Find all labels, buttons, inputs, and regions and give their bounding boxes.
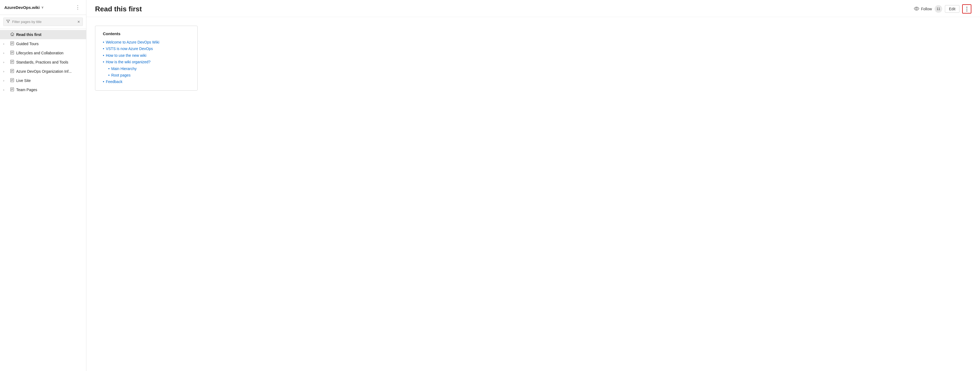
filter-wrapper: × xyxy=(3,18,83,26)
page-icon xyxy=(10,87,14,92)
filter-icon xyxy=(6,19,10,24)
eye-icon xyxy=(914,6,919,12)
sidebar: AzureDevOps.wiki ∨ ⋮ × › Read this xyxy=(0,0,86,371)
contents-list: • Welcome to Azure DevOps Wiki • VSTS is… xyxy=(103,39,190,85)
sidebar-nav: › Read this first › Guided Tours xyxy=(0,29,86,371)
bullet-icon: • xyxy=(103,53,104,58)
contents-link-how-to-use[interactable]: How to use the new wiki xyxy=(106,53,146,58)
filter-clear-button[interactable]: × xyxy=(78,20,80,24)
page-icon xyxy=(10,42,14,46)
contents-item-main-hierarchy: • Main Hierarchy xyxy=(103,66,190,72)
expand-arrow-icon: › xyxy=(3,79,8,82)
page-body: Contents • Welcome to Azure DevOps Wiki … xyxy=(86,17,980,371)
sidebar-item-live-site[interactable]: › Live Site xyxy=(0,76,86,85)
contents-link-root-pages[interactable]: Root pages xyxy=(111,72,130,78)
page-title: Read this first xyxy=(95,5,142,13)
bullet-icon: • xyxy=(103,39,104,45)
header-actions: Follow 11 Edit ⋮ xyxy=(914,4,971,13)
bullet-icon: • xyxy=(103,59,104,65)
bullet-icon: • xyxy=(103,46,104,52)
contents-link-welcome[interactable]: Welcome to Azure DevOps Wiki xyxy=(106,39,159,45)
sidebar-header: AzureDevOps.wiki ∨ ⋮ xyxy=(0,0,86,15)
bullet-icon: • xyxy=(103,79,104,85)
contents-title: Contents xyxy=(103,31,190,36)
sidebar-item-read-this-first[interactable]: › Read this first xyxy=(0,30,86,39)
page-icon xyxy=(10,78,14,83)
svg-point-24 xyxy=(916,8,917,10)
home-icon xyxy=(10,32,14,37)
contents-box: Contents • Welcome to Azure DevOps Wiki … xyxy=(95,26,197,91)
expand-arrow-icon: › xyxy=(3,51,8,54)
filter-input[interactable] xyxy=(12,20,75,24)
expand-arrow-icon: › xyxy=(3,61,8,64)
sidebar-item-label: Azure DevOps Organization Inf... xyxy=(16,69,72,74)
sidebar-item-guided-tours[interactable]: › Guided Tours xyxy=(0,39,86,48)
page-icon xyxy=(10,51,14,56)
contents-link-feedback[interactable]: Feedback xyxy=(106,79,122,85)
sidebar-item-team-pages[interactable]: › Team Pages xyxy=(0,85,86,94)
main-header: Read this first Follow 11 Edit ⋮ xyxy=(86,0,980,17)
edit-button[interactable]: Edit xyxy=(945,5,959,13)
contents-link-main-hierarchy[interactable]: Main Hierarchy xyxy=(111,66,137,72)
expand-arrow-icon: › xyxy=(3,70,8,73)
sidebar-item-label: Lifecycles and Collaboration xyxy=(16,51,64,55)
sidebar-title: AzureDevOps.wiki xyxy=(4,5,40,10)
contents-link-how-organized[interactable]: How is the wiki organized? xyxy=(106,59,151,65)
contents-link-vsts[interactable]: VSTS is now Azure DevOps xyxy=(106,46,153,52)
more-options-icon: ⋮ xyxy=(964,6,969,12)
contents-item-welcome: • Welcome to Azure DevOps Wiki xyxy=(103,39,190,45)
contents-item-root-pages: • Root pages xyxy=(103,72,190,78)
chevron-down-icon: ∨ xyxy=(41,5,44,9)
sidebar-item-label: Guided Tours xyxy=(16,42,38,46)
more-options-button[interactable]: ⋮ xyxy=(962,4,971,13)
filter-area: × xyxy=(0,15,86,29)
sidebar-item-label: Team Pages xyxy=(16,88,37,92)
contents-item-how-organized: • How is the wiki organized? xyxy=(103,59,190,65)
sidebar-item-label: Read this first xyxy=(16,32,41,37)
main-content: Read this first Follow 11 Edit ⋮ Content… xyxy=(86,0,980,371)
page-icon xyxy=(10,69,14,74)
expand-arrow-icon: › xyxy=(3,88,8,91)
bullet-icon: • xyxy=(108,66,110,72)
contents-item-vsts: • VSTS is now Azure DevOps xyxy=(103,46,190,52)
sidebar-title-group[interactable]: AzureDevOps.wiki ∨ xyxy=(4,5,44,10)
sidebar-more-button[interactable]: ⋮ xyxy=(74,4,82,11)
sidebar-item-standards[interactable]: › Standards, Practices and Tools xyxy=(0,58,86,67)
sidebar-item-label: Standards, Practices and Tools xyxy=(16,60,68,64)
bullet-icon: • xyxy=(108,72,110,78)
sidebar-item-azure-devops-org[interactable]: › Azure DevOps Organization Inf... xyxy=(0,67,86,76)
expand-arrow-icon: › xyxy=(3,42,8,45)
sidebar-item-lifecycles[interactable]: › Lifecycles and Collaboration xyxy=(0,48,86,58)
sidebar-item-label: Live Site xyxy=(16,78,31,83)
follow-group: Follow xyxy=(914,6,932,12)
contents-item-how-to-use: • How to use the new wiki xyxy=(103,53,190,58)
follow-count-badge: 11 xyxy=(935,5,942,13)
contents-item-feedback: • Feedback xyxy=(103,79,190,85)
page-icon xyxy=(10,60,14,65)
follow-label: Follow xyxy=(921,7,932,11)
